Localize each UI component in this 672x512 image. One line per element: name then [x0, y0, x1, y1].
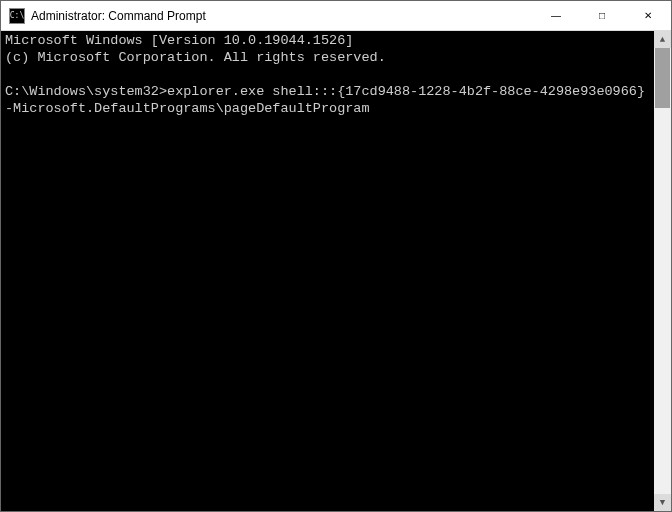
minimize-button[interactable]: —	[533, 1, 579, 30]
close-button[interactable]: ✕	[625, 1, 671, 30]
vertical-scrollbar[interactable]: ▲ ▼	[654, 31, 671, 511]
scrollbar-track[interactable]	[654, 48, 671, 494]
copyright-line: (c) Microsoft Corporation. All rights re…	[5, 50, 386, 65]
terminal-output[interactable]: Microsoft Windows [Version 10.0.19044.15…	[1, 31, 654, 511]
cmd-icon: C:\	[9, 8, 25, 24]
window-title: Administrator: Command Prompt	[31, 9, 533, 23]
prompt-text: C:\Windows\system32>	[5, 84, 167, 99]
maximize-button[interactable]: □	[579, 1, 625, 30]
scrollbar-thumb[interactable]	[655, 48, 670, 108]
version-line: Microsoft Windows [Version 10.0.19044.15…	[5, 33, 353, 48]
scroll-up-button[interactable]: ▲	[654, 31, 671, 48]
scroll-down-button[interactable]: ▼	[654, 494, 671, 511]
window-controls: — □ ✕	[533, 1, 671, 30]
terminal-container: Microsoft Windows [Version 10.0.19044.15…	[1, 31, 671, 511]
titlebar[interactable]: C:\ Administrator: Command Prompt — □ ✕	[1, 1, 671, 31]
